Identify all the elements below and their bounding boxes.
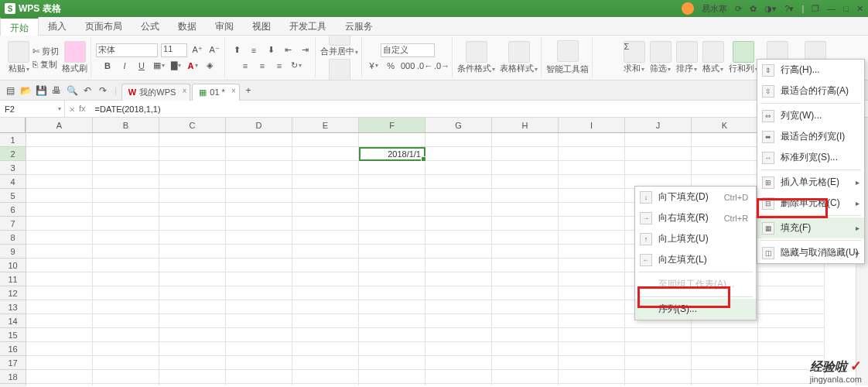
- mi-fill-down[interactable]: ↓向下填充(D)Ctrl+D: [635, 187, 756, 207]
- add-tab-icon[interactable]: +: [241, 84, 255, 98]
- cell-D12[interactable]: [226, 286, 292, 300]
- cell-C18[interactable]: [159, 370, 226, 384]
- cell-E6[interactable]: [292, 203, 359, 217]
- underline-button[interactable]: U: [135, 59, 149, 73]
- cell-B18[interactable]: [93, 370, 159, 384]
- cell-L13[interactable]: [758, 300, 825, 314]
- cell-G3[interactable]: [425, 161, 492, 175]
- table-style-icon[interactable]: [508, 41, 530, 63]
- cell-B7[interactable]: [93, 217, 159, 231]
- cell-A5[interactable]: [26, 189, 93, 203]
- cell-F7[interactable]: [359, 217, 425, 231]
- align-right-icon[interactable]: ≡: [272, 59, 286, 73]
- row-header-10[interactable]: 10: [0, 259, 26, 272]
- cell-K15[interactable]: [692, 328, 758, 342]
- mi-hide[interactable]: ◫隐藏与取消隐藏(U)▸: [757, 242, 864, 263]
- close-tab-01[interactable]: ×: [231, 87, 236, 95]
- cell-F11[interactable]: [359, 272, 425, 286]
- cell-A8[interactable]: [26, 231, 93, 245]
- bold-button[interactable]: B: [101, 59, 114, 73]
- cell-G6[interactable]: [425, 203, 492, 217]
- mi-fill-left[interactable]: ←向左填充(L): [635, 249, 756, 270]
- row-header-5[interactable]: 5: [0, 189, 26, 203]
- mi-best-row[interactable]: ⇳最适合的行高(A): [757, 80, 864, 101]
- cell-I2[interactable]: [559, 147, 625, 161]
- cell-H5[interactable]: [492, 189, 559, 203]
- col-header-I[interactable]: I: [559, 118, 625, 132]
- smart-button[interactable]: 智能工具箱: [546, 63, 589, 75]
- mi-fill[interactable]: ▦填充(F)▸: [757, 217, 864, 238]
- close-icon[interactable]: ✕: [856, 4, 863, 14]
- cell-A11[interactable]: [26, 272, 93, 286]
- cell-B9[interactable]: [93, 245, 159, 259]
- cond-format-icon[interactable]: [466, 41, 487, 63]
- cell-D14[interactable]: [226, 314, 292, 328]
- cell-H9[interactable]: [492, 245, 559, 259]
- col-header-C[interactable]: C: [159, 118, 226, 132]
- cell-A9[interactable]: [26, 245, 93, 259]
- cell-G19[interactable]: [425, 384, 492, 385]
- cell-G18[interactable]: [425, 370, 492, 384]
- cell-C6[interactable]: [159, 203, 226, 217]
- save-icon[interactable]: 💾: [34, 84, 48, 98]
- cell-C7[interactable]: [159, 217, 226, 231]
- tab-view[interactable]: 视图: [243, 17, 280, 35]
- cell-I11[interactable]: [559, 272, 625, 286]
- cell-C17[interactable]: [159, 356, 226, 370]
- cell-B17[interactable]: [93, 356, 159, 370]
- cell-B13[interactable]: [93, 300, 159, 314]
- cell-E3[interactable]: [292, 161, 359, 175]
- cell-I3[interactable]: [559, 161, 625, 175]
- cell-A10[interactable]: [26, 259, 93, 272]
- col-header-G[interactable]: G: [425, 118, 492, 132]
- row-header-8[interactable]: 8: [0, 231, 26, 245]
- col-header-F[interactable]: F: [359, 118, 425, 132]
- cell-I15[interactable]: [559, 328, 625, 342]
- cell-E9[interactable]: [292, 245, 359, 259]
- tab-cloud[interactable]: 云服务: [336, 17, 382, 35]
- cell-H15[interactable]: [492, 328, 559, 342]
- cell-I10[interactable]: [559, 259, 625, 272]
- cell-I8[interactable]: [559, 231, 625, 245]
- cell-F10[interactable]: [359, 259, 425, 272]
- cell-I16[interactable]: [559, 342, 625, 356]
- cell-J18[interactable]: [625, 370, 692, 384]
- cell-C5[interactable]: [159, 189, 226, 203]
- cell-D2[interactable]: [226, 147, 292, 161]
- cell-K1[interactable]: [692, 133, 758, 147]
- cell-B1[interactable]: [93, 133, 159, 147]
- cell-K16[interactable]: [692, 342, 758, 356]
- tab-insert[interactable]: 插入: [39, 17, 76, 35]
- doc-tab-wps[interactable]: W 我的WPS ×: [121, 84, 190, 101]
- row-header-3[interactable]: 3: [0, 161, 26, 175]
- cell-A12[interactable]: [26, 286, 93, 300]
- cell-G14[interactable]: [425, 314, 492, 328]
- cell-D1[interactable]: [226, 133, 292, 147]
- cell-F17[interactable]: [359, 356, 425, 370]
- cell-E7[interactable]: [292, 217, 359, 231]
- cell-B2[interactable]: [93, 147, 159, 161]
- cell-I5[interactable]: [559, 189, 625, 203]
- cell-F8[interactable]: [359, 231, 425, 245]
- mi-insert-cell[interactable]: ⊞插入单元格(E)▸: [757, 172, 864, 193]
- print-icon[interactable]: 🖶: [50, 84, 63, 98]
- cell-L12[interactable]: [758, 286, 825, 300]
- col-header-B[interactable]: B: [93, 118, 159, 132]
- settings-icon[interactable]: ✿: [750, 4, 757, 14]
- wrap-icon[interactable]: [329, 59, 350, 80]
- cell-H2[interactable]: [492, 147, 559, 161]
- cell-B14[interactable]: [93, 314, 159, 328]
- cell-C16[interactable]: [159, 342, 226, 356]
- cell-B12[interactable]: [93, 286, 159, 300]
- fill-color-button[interactable]: ▇: [169, 59, 183, 73]
- cell-C13[interactable]: [159, 300, 226, 314]
- cell-F2[interactable]: 2018/1/1: [359, 147, 425, 161]
- merge-icon[interactable]: [329, 36, 350, 46]
- cell-C15[interactable]: [159, 328, 226, 342]
- align-middle-icon[interactable]: ≡: [247, 43, 261, 57]
- sum-icon[interactable]: Σ: [624, 41, 645, 63]
- cell-K19[interactable]: [692, 384, 758, 385]
- mi-fill-right[interactable]: →向右填充(R)Ctrl+R: [635, 207, 756, 228]
- cell-A18[interactable]: [26, 370, 93, 384]
- cell-G1[interactable]: [425, 133, 492, 147]
